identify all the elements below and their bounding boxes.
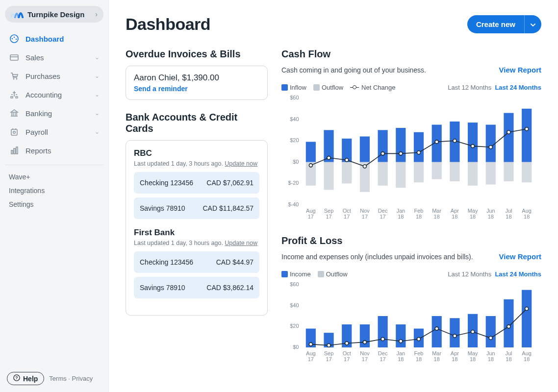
sidebar-item-reports[interactable]: Reports bbox=[5, 141, 103, 160]
update-now-link[interactable]: Update now bbox=[225, 240, 257, 246]
sidebar-item-banking[interactable]: Banking⌄ bbox=[5, 104, 103, 122]
profitloss-last-12-months[interactable]: Last 12 Months bbox=[448, 270, 491, 278]
svg-point-0 bbox=[10, 35, 18, 43]
sidebar-item-payroll[interactable]: Payroll⌄ bbox=[5, 122, 103, 141]
line-point bbox=[489, 336, 492, 340]
create-new-button[interactable]: Create new bbox=[467, 15, 524, 33]
cashflow-title: Cash Flow bbox=[281, 49, 330, 60]
bar-inflow bbox=[306, 142, 316, 162]
secondary-nav: Wave+IntegrationsSettings bbox=[5, 165, 103, 211]
account-balance: CAD $3,862.14 bbox=[206, 284, 254, 292]
svg-text:18: 18 bbox=[416, 214, 422, 220]
page-title: Dashboard bbox=[126, 15, 210, 34]
svg-text:$0: $0 bbox=[293, 344, 299, 350]
line-point bbox=[435, 327, 438, 330]
chevron-down-icon: ⌄ bbox=[95, 128, 100, 135]
sales-icon bbox=[9, 52, 20, 63]
overdue-card: Aaron Chiel, $1,390.00 Send a reminder bbox=[126, 66, 268, 100]
bank-name: First Bank bbox=[134, 228, 259, 238]
line-point bbox=[417, 151, 421, 154]
svg-text:Apr: Apr bbox=[451, 350, 459, 356]
svg-text:Aug: Aug bbox=[522, 208, 532, 214]
svg-text:18: 18 bbox=[434, 356, 440, 362]
svg-text:18: 18 bbox=[470, 356, 476, 362]
svg-text:Aug: Aug bbox=[306, 350, 316, 356]
svg-point-5 bbox=[13, 78, 15, 80]
svg-text:18: 18 bbox=[506, 214, 511, 220]
profitloss-legend: Income Outflow Last 12 Months Last 24 Mo… bbox=[281, 270, 541, 278]
svg-text:Jun: Jun bbox=[486, 350, 495, 356]
account-row[interactable]: Checking 123456CAD $44.97 bbox=[134, 251, 259, 273]
line-point bbox=[327, 343, 330, 347]
line-point bbox=[381, 152, 384, 155]
svg-text:17: 17 bbox=[380, 356, 385, 362]
cashflow-last-12-months[interactable]: Last 12 Months bbox=[448, 84, 491, 91]
svg-text:?: ? bbox=[15, 375, 18, 380]
line-point bbox=[417, 337, 421, 341]
line-point bbox=[363, 165, 366, 168]
bar-inflow bbox=[468, 122, 478, 162]
line-point bbox=[363, 341, 366, 344]
update-now-link[interactable]: Update now bbox=[225, 160, 257, 167]
bar-inflow bbox=[450, 318, 459, 347]
svg-text:$20: $20 bbox=[290, 323, 299, 329]
svg-text:Aug: Aug bbox=[522, 350, 532, 356]
sidebar-item-sales[interactable]: Sales⌄ bbox=[5, 48, 103, 67]
svg-point-2 bbox=[14, 37, 15, 38]
profitloss-view-report-link[interactable]: View Report bbox=[499, 252, 541, 261]
nav-label: Reports bbox=[25, 147, 51, 155]
line-point bbox=[525, 127, 529, 131]
outflow-swatch-pl bbox=[318, 271, 324, 277]
question-icon: ? bbox=[13, 374, 20, 383]
account-row[interactable]: Savings 78910CAD $3,862.14 bbox=[134, 277, 259, 298]
send-reminder-link[interactable]: Send a reminder bbox=[134, 85, 259, 93]
svg-text:Jan: Jan bbox=[396, 208, 405, 214]
svg-text:17: 17 bbox=[308, 356, 314, 362]
create-new-dropdown[interactable] bbox=[524, 15, 541, 33]
line-point bbox=[471, 330, 475, 334]
svg-text:17: 17 bbox=[344, 214, 350, 220]
help-label: Help bbox=[23, 375, 38, 383]
sidebar-sublink-settings[interactable]: Settings bbox=[5, 197, 103, 211]
profitloss-last-24-months[interactable]: Last 24 Months bbox=[495, 270, 541, 278]
svg-text:18: 18 bbox=[488, 214, 494, 220]
svg-rect-4 bbox=[10, 55, 18, 60]
cashflow-view-report-link[interactable]: View Report bbox=[499, 66, 541, 74]
bar-outflow bbox=[450, 162, 459, 181]
svg-text:$40: $40 bbox=[290, 302, 299, 308]
account-row[interactable]: Savings 78910CAD $11,842.57 bbox=[134, 197, 259, 219]
profitloss-title: Profit & Loss bbox=[281, 235, 541, 246]
bar-inflow bbox=[522, 109, 532, 162]
svg-text:18: 18 bbox=[488, 356, 494, 362]
bar-inflow bbox=[360, 136, 370, 162]
overdue-line: Aaron Chiel, $1,390.00 bbox=[134, 73, 259, 83]
bar-outflow bbox=[432, 162, 442, 179]
svg-text:May: May bbox=[468, 208, 478, 214]
account-row[interactable]: Checking 123456CAD $7,062.91 bbox=[134, 172, 259, 194]
svg-text:Sep: Sep bbox=[324, 350, 334, 356]
line-point bbox=[507, 325, 510, 328]
svg-text:17: 17 bbox=[326, 356, 331, 362]
sidebar-item-accounting[interactable]: Accounting⌄ bbox=[5, 85, 103, 104]
help-button[interactable]: ? Help bbox=[7, 372, 44, 385]
svg-text:$20: $20 bbox=[290, 137, 299, 143]
income-swatch bbox=[281, 271, 288, 277]
sidebar-item-purchases[interactable]: Purchases⌄ bbox=[5, 67, 103, 85]
bank-updated: Last updated 1 day, 3 hours ago. Update … bbox=[134, 160, 259, 167]
bar-inflow bbox=[414, 132, 424, 162]
svg-text:17: 17 bbox=[326, 214, 331, 220]
legend-outflow: Outflow bbox=[313, 84, 343, 91]
line-point bbox=[489, 146, 492, 149]
terms-link[interactable]: Terms bbox=[49, 375, 66, 382]
svg-text:18: 18 bbox=[470, 214, 476, 220]
svg-text:$-20: $-20 bbox=[288, 180, 299, 186]
nav-label: Accounting bbox=[25, 91, 62, 99]
privacy-link[interactable]: Privacy bbox=[72, 375, 93, 382]
sidebar-sublink-wave-[interactable]: Wave+ bbox=[5, 170, 103, 184]
sidebar-item-dashboard[interactable]: Dashboard bbox=[5, 29, 103, 48]
svg-text:18: 18 bbox=[434, 214, 440, 220]
cashflow-last-24-months[interactable]: Last 24 Months bbox=[495, 84, 541, 91]
company-switcher[interactable]: Turnpike Design › bbox=[5, 6, 103, 23]
sidebar-sublink-integrations[interactable]: Integrations bbox=[5, 184, 103, 197]
legend-outflow-pl: Outflow bbox=[318, 270, 348, 278]
